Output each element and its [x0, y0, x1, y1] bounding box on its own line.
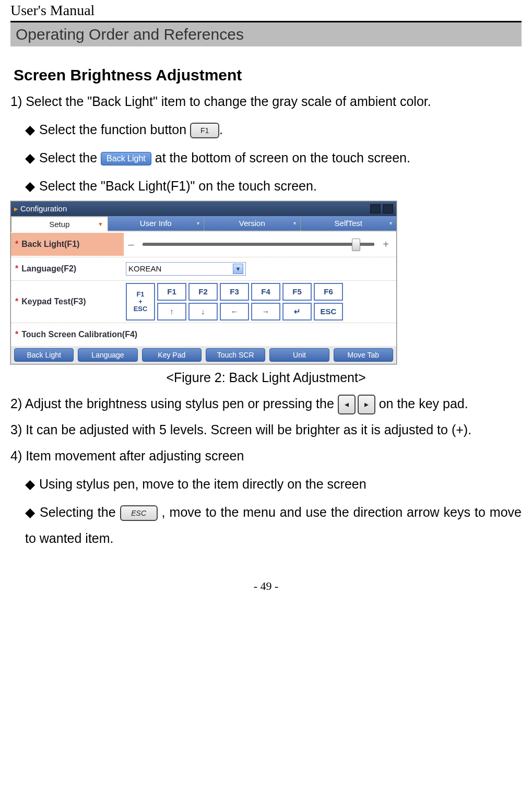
chevron-down-icon[interactable]: ▼	[233, 264, 243, 274]
manual-title: User's Manual	[10, 0, 522, 21]
text: 2) Adjust the brightness using stylus pe…	[10, 396, 338, 411]
key-enter[interactable]: ↵	[282, 303, 312, 321]
window-icons	[370, 204, 393, 213]
tab-label: Setup	[49, 217, 69, 232]
tab-selftest[interactable]: SelfTest▾	[300, 216, 397, 231]
figure-2: ▸ Configuration Setup▼ User Info▾ Versio…	[10, 201, 397, 364]
key-right[interactable]: →	[251, 303, 280, 321]
bullet-icon: ◆	[25, 145, 36, 171]
star-icon: *	[15, 326, 18, 343]
text: Selecting the	[40, 505, 120, 519]
bottom-language-button[interactable]: Language	[78, 348, 137, 362]
camera-icon[interactable]	[383, 204, 393, 213]
tab-label: User Info	[140, 216, 172, 231]
step-1-bullet-2: ◆ Select the Back Light at the bottom of…	[25, 145, 522, 171]
bullet-icon: ◆	[25, 173, 36, 199]
key-f5[interactable]: F5	[282, 283, 312, 301]
chevron-down-icon: ▼	[98, 219, 103, 230]
tab-label: Version	[239, 216, 265, 231]
step-1: 1) Select the "Back Light" item to chang…	[10, 88, 522, 114]
section-bar: Operating Order and References	[10, 22, 522, 46]
slider-thumb[interactable]	[352, 239, 360, 251]
f1-key-icon: F1	[190, 123, 219, 138]
plus-icon[interactable]: +	[381, 234, 391, 255]
bullet-icon: ◆	[25, 116, 36, 143]
triangle-icon: ▸	[14, 201, 18, 217]
row-touchscreen-label[interactable]: *Touch Screen Calibration(F4)	[11, 323, 141, 346]
step-2: 2) Adjust the brightness using stylus pe…	[10, 390, 522, 417]
tab-version[interactable]: Version▾	[204, 216, 300, 231]
row-back-light-label[interactable]: *Back Light(F1)	[11, 233, 124, 256]
label-text: Back Light(F1)	[21, 236, 79, 253]
bottom-move-tab-button[interactable]: Move Tab	[334, 348, 393, 362]
language-value: KOREAN	[128, 261, 161, 277]
row-keypad-label[interactable]: *Keypad Test(F3)	[11, 290, 124, 313]
minus-icon[interactable]: –	[126, 234, 136, 255]
chevron-down-icon: ▾	[197, 218, 199, 229]
text: .	[219, 122, 223, 137]
key-f3[interactable]: F3	[220, 283, 249, 301]
key-up[interactable]: ↑	[157, 303, 186, 321]
key-f2[interactable]: F2	[188, 283, 218, 301]
label-text: Language(F2)	[21, 260, 76, 277]
keypad-test-grid: F1 F2 F3 F4 F5 F6 F1+ESC ↑ ↓ ← →	[126, 283, 343, 321]
left-arrow-key-icon: ◂	[338, 395, 356, 414]
tab-setup[interactable]: Setup▼	[11, 216, 108, 232]
back-light-button-icon: Back Light	[101, 152, 151, 165]
text: Select the function button	[39, 122, 190, 137]
label-text: Touch Screen Calibration(F4)	[21, 326, 137, 343]
step-1-bullet-3: ◆ Select the "Back Light(F1)" on the tou…	[25, 173, 522, 199]
bottom-touch-scr-button[interactable]: Touch SCR	[206, 348, 265, 362]
step-4-bullet-2: ◆ Selecting the ESC , move to the menu a…	[25, 499, 522, 551]
step-4: 4) Item movement after adjusting screen	[10, 443, 522, 469]
bottom-unit-button[interactable]: Unit	[269, 348, 329, 362]
text: at the bottom of screen on the touch scr…	[155, 150, 410, 165]
tab-label: SelfTest	[335, 216, 362, 231]
step-3: 3) It can be adjusted with 5 levels. Scr…	[10, 417, 522, 443]
subsection-title: Screen Brightness Adjustment	[10, 62, 522, 88]
device-bottom-bar: Back Light Language Key Pad Touch SCR Un…	[11, 346, 396, 364]
bottom-key-pad-button[interactable]: Key Pad	[142, 348, 202, 362]
key-left[interactable]: ←	[220, 303, 249, 321]
key-down[interactable]: ↓	[188, 303, 218, 321]
label-text: Keypad Test(F3)	[21, 293, 86, 310]
text: on the key pad.	[379, 396, 468, 411]
key-esc[interactable]: ESC	[314, 303, 343, 321]
key-f1[interactable]: F1	[157, 283, 186, 301]
key-f1-plus-esc[interactable]: F1+ESC	[126, 283, 155, 321]
key-f6[interactable]: F6	[314, 283, 343, 301]
step-1-bullet-1: ◆ Select the function button F1.	[25, 116, 522, 143]
brightness-slider[interactable]	[143, 243, 374, 246]
arrow-keys-icon: ◂ ▸	[338, 395, 375, 414]
chevron-down-icon: ▾	[389, 218, 392, 229]
star-icon: *	[15, 236, 18, 253]
window-title: Configuration	[20, 201, 67, 217]
text: Using stylus pen, move to the item direc…	[39, 477, 367, 491]
tab-user-info[interactable]: User Info▾	[108, 216, 204, 231]
chevron-down-icon: ▾	[293, 218, 296, 229]
language-select[interactable]: KOREAN ▼	[126, 262, 246, 276]
back-light-slider-area: – +	[124, 232, 396, 257]
bullet-icon: ◆	[25, 471, 36, 497]
esc-key-icon: ESC	[120, 505, 158, 521]
bullet-icon: ◆	[25, 499, 36, 525]
row-language-label[interactable]: *Language(F2)	[11, 257, 124, 280]
home-icon[interactable]	[370, 204, 381, 213]
device-tabs: Setup▼ User Info▾ Version▾ SelfTest▾	[11, 216, 396, 232]
text: Select the "Back Light(F1)" on the touch…	[39, 179, 317, 193]
step-4-bullet-1: ◆ Using stylus pen, move to the item dir…	[25, 471, 522, 497]
bottom-back-light-button[interactable]: Back Light	[14, 348, 74, 362]
right-arrow-key-icon: ▸	[358, 395, 375, 414]
text: Select the	[39, 150, 101, 165]
page-number: - 49 -	[10, 553, 522, 602]
key-f4[interactable]: F4	[251, 283, 280, 301]
device-titlebar: ▸ Configuration	[11, 201, 396, 216]
figure-caption: <Figure 2: Back Light Adjustment>	[10, 364, 522, 390]
star-icon: *	[15, 293, 18, 310]
star-icon: *	[15, 260, 18, 277]
